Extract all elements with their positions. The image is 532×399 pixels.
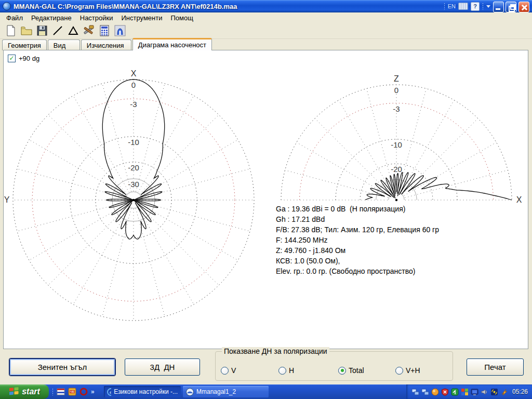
azimuth-pattern-ring-label: -3 [130, 100, 137, 109]
azimuth-pattern-ring-label: 0 [131, 81, 136, 89]
restore-button[interactable] [506, 2, 516, 12]
tab-3[interactable]: Изчисления [81, 39, 131, 50]
plus90-checkbox[interactable]: ✓ [8, 55, 16, 62]
system-tray: 05:26 [406, 384, 532, 399]
threed-pattern-button[interactable]: 3Д ДН [125, 358, 200, 376]
tray-ball-icon[interactable] [431, 388, 439, 396]
quick-launch: ЧБ» [52, 384, 95, 399]
menu-bar: ФайлРедактиранеНастройкиИнструментиПомощ [0, 12, 532, 23]
line-toolbar-button[interactable] [51, 24, 64, 37]
polarization-groupbox: Показване ДН за поляризации VHTotalV+H [215, 351, 453, 381]
zenith-angle-button[interactable]: Зенитен ъгъл [9, 358, 115, 376]
pattern-view-toolbar-button[interactable] [113, 24, 126, 37]
help-icon[interactable]: ? [471, 2, 480, 11]
radio-circle[interactable] [221, 367, 229, 375]
plus90-checkbox-row: ✓ +90 dg [8, 55, 39, 62]
radio-vplush[interactable]: V+H [395, 366, 420, 375]
windows-logo-icon [9, 387, 19, 397]
taskbar-task-language-settings[interactable]: eЕзикови настройки -... [104, 386, 181, 397]
menu-item-3[interactable]: Настройки [76, 13, 117, 23]
tray-monitor-icon[interactable] [471, 388, 478, 396]
tray-squares-icon[interactable] [461, 388, 469, 396]
keyboard-icon[interactable] [458, 3, 468, 10]
chevron-down-icon[interactable] [486, 5, 490, 8]
tray-clock: 05:26 [512, 388, 528, 395]
tray-flash-icon[interactable] [500, 388, 508, 396]
polarization-group-label: Показване ДН за поляризации [222, 347, 329, 355]
tab-4[interactable]: Диаграма насоченост [132, 38, 212, 50]
start-label: start [22, 387, 40, 396]
azimuth-pattern-ring-label: -30 [128, 180, 139, 189]
tray-shield-icon[interactable] [441, 388, 449, 396]
restore-icon2 [509, 6, 515, 12]
quicklaunch-colors-icon[interactable]: ЧБ [68, 388, 76, 396]
plus90-checkbox-label: +90 dg [19, 55, 39, 62]
calculator-toolbar-button[interactable] [98, 24, 111, 37]
radio-circle[interactable] [338, 367, 346, 375]
tray-icons [411, 388, 508, 396]
tab-2[interactable]: Вид [48, 39, 80, 50]
new-file-toolbar-button[interactable] [4, 24, 17, 37]
language-bar-grip[interactable] [444, 3, 445, 10]
quicklaunch-flag-icon[interactable] [57, 388, 65, 396]
elevation-pattern-axis-label: X [516, 195, 522, 204]
menu-item-5[interactable]: Помощ [166, 13, 197, 23]
svg-text:e: e [110, 389, 111, 395]
radio-label: V [231, 366, 236, 375]
info-line: Gh : 17.21 dBd [276, 214, 439, 224]
minimize-button[interactable] [493, 2, 504, 12]
toolbar [0, 23, 532, 39]
radio-circle[interactable] [278, 367, 286, 375]
radio-label: H [289, 366, 294, 375]
azimuth-pattern-axis-label: X [131, 69, 137, 78]
elevation-pattern-ring-label: -3 [393, 104, 400, 113]
app-icon [3, 2, 11, 10]
taskbar: start ЧБ» eЕзикови настройки -... Mmanag… [0, 384, 532, 399]
tray-network-icon[interactable] [421, 388, 429, 396]
elevation-pattern-curve [365, 172, 512, 200]
tray-update-icon[interactable] [451, 388, 459, 396]
tray-wireless-icon[interactable] [490, 388, 498, 396]
azimuth-pattern-ring-label: -20 [128, 163, 139, 172]
tools-toolbar-button[interactable] [82, 24, 95, 37]
info-line: Elev. гр.: 0.0 гр. (Свободно пространств… [276, 266, 439, 276]
elevation-pattern-ring-label: -20 [391, 165, 402, 174]
quicklaunch-grip[interactable] [52, 388, 54, 395]
language-indicator[interactable]: EN [448, 3, 456, 9]
info-line: F/B: 27.38 dB; Тил: Азим. 120 гр, Елевац… [276, 224, 439, 235]
elevation-pattern-ring-label: -10 [391, 140, 402, 149]
taskbar-task-mmanagal[interactable]: Mmanagal1_2 [183, 386, 269, 397]
task-label: Mmanagal1_2 [196, 388, 236, 395]
radio-total[interactable]: Total [338, 366, 364, 375]
language-bar: EN ? [444, 1, 490, 11]
tray-volume-icon[interactable] [481, 388, 488, 396]
close-button[interactable] [518, 2, 529, 12]
quicklaunch-ring-icon[interactable] [79, 388, 88, 396]
bottom-controls: Зенитен ъгъл 3Д ДН Показване ДН за поляр… [0, 349, 532, 384]
screen: { "window": { "title": "MMANA-GAL C:\\Pr… [0, 0, 532, 399]
radiation-pattern-charts: 0-3-10-20-30XY0-3-10-20ZX [4, 50, 528, 349]
radio-v[interactable]: V [221, 366, 236, 375]
menu-item-1[interactable]: Файл [2, 13, 27, 23]
triangle-toolbar-button[interactable] [66, 24, 79, 37]
radio-circle[interactable] [395, 367, 403, 375]
print-button[interactable]: Печат [467, 358, 524, 376]
info-line: F: 144.250 MHz [276, 235, 439, 245]
radio-label: Total [349, 366, 364, 375]
pattern-panel: 0-3-10-20-30XY0-3-10-20ZX ✓ +90 dg Ga : … [3, 50, 528, 349]
menu-item-2[interactable]: Редактиране [27, 13, 76, 23]
svg-text:ЧБ: ЧБ [70, 390, 74, 393]
title-bar: MMANA-GAL C:\Program Files\MMANA-GAL\LZ3… [0, 0, 532, 12]
menu-item-4[interactable]: Инструменти [117, 13, 167, 23]
quicklaunch-overflow-chevron[interactable]: » [91, 388, 95, 395]
start-button[interactable]: start [0, 384, 49, 399]
open-folder-toolbar-button[interactable] [20, 24, 33, 37]
task-label: Езикови настройки -... [114, 388, 178, 395]
save-toolbar-button[interactable] [35, 24, 48, 37]
tab-1[interactable]: Геометрия [2, 39, 47, 50]
azimuth-pattern-ring-label: -10 [128, 138, 139, 147]
tray-network-icon[interactable] [411, 388, 419, 396]
radio-h[interactable]: H [278, 366, 294, 375]
window-title: MMANA-GAL C:\Program Files\MMANA-GAL\LZ3… [14, 3, 237, 10]
antenna-info-text: Ga : 19.36 dBi = 0 dB (Н поляризация)Gh … [276, 204, 439, 276]
